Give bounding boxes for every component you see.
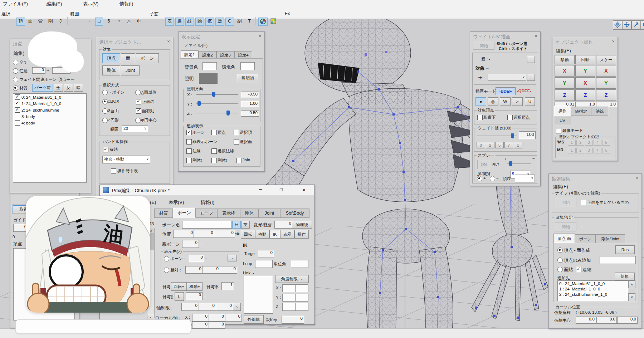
tab-settings4[interactable]: 設定4 <box>234 51 252 59</box>
pos-x-field[interactable]: 0 <box>173 230 194 238</box>
handle-enable-checkbox[interactable] <box>103 147 108 152</box>
light-init-button[interactable]: 照明初 <box>237 74 258 82</box>
close-icon[interactable]: × <box>533 33 539 39</box>
menu-info[interactable]: 情報(I) <box>119 0 133 8</box>
subwin-paint[interactable]: 塗 <box>215 18 224 26</box>
mr-slot-1[interactable]: 1 <box>568 148 576 153</box>
mr-slot-5[interactable]: 5 <box>602 148 610 153</box>
dest-item[interactable]: 2 : 24_skcthulhumine_1_0 <box>558 292 628 297</box>
show-bone-checkbox[interactable] <box>186 130 192 135</box>
light-y-value[interactable]: -1.00 <box>241 101 259 107</box>
vertex-menu-edit[interactable]: 編集( <box>14 50 24 57</box>
box-select-radio[interactable] <box>102 99 108 104</box>
prop-display-tab[interactable]: 表示 <box>280 230 294 239</box>
range-point[interactable]: ・ <box>86 18 93 25</box>
material-list[interactable]: 0: 24_Material61_1_0 1: 24_Material_1_0_… <box>13 93 87 183</box>
quick-2-button[interactable]: 2 <box>486 142 494 148</box>
tab-softbody[interactable]: SoftBody <box>280 209 309 218</box>
weight-value-field[interactable]: 100 <box>519 131 536 139</box>
pos-z-field[interactable]: 0 <box>214 230 235 238</box>
prop-ik-tab[interactable]: IK <box>269 230 280 239</box>
axis-cell[interactable]: Z <box>575 89 595 101</box>
quick-5-button[interactable]: 5 <box>495 142 504 148</box>
disp-rel-radio[interactable] <box>164 268 169 273</box>
grid-view-icon[interactable] <box>269 18 278 25</box>
menu-file[interactable]: ファイル(F) <box>3 0 28 8</box>
new-button[interactable]: 新規 <box>615 273 635 280</box>
subwin-sub[interactable]: 副 <box>235 18 243 25</box>
subwin-t[interactable]: T <box>245 18 253 25</box>
show-hidebone-checkbox[interactable] <box>186 139 192 144</box>
fx-label[interactable]: Fx <box>285 11 290 16</box>
target-vertex-button[interactable]: 頂点 <box>102 53 120 63</box>
ik-link-list[interactable] <box>244 276 273 314</box>
tab-operate[interactable]: 操作 <box>554 106 571 116</box>
light-z-slider[interactable] <box>196 111 238 116</box>
show-rigid2-checkbox[interactable] <box>211 158 217 163</box>
close-icon[interactable]: × <box>257 33 263 39</box>
tab-normal[interactable]: 法線 <box>591 107 608 116</box>
range-circle[interactable]: ○ <box>115 18 122 25</box>
toolbar-select-rigid[interactable]: 剛 <box>47 18 54 25</box>
tab-settings1[interactable]: 設定1 <box>181 50 199 59</box>
circle-center-radio[interactable] <box>135 118 141 123</box>
knife-start-button[interactable]: 開始 <box>555 198 576 207</box>
face-valid-checkbox[interactable] <box>136 108 141 114</box>
subwin-select[interactable]: 選 <box>175 18 184 26</box>
light-x-slider[interactable] <box>196 92 238 97</box>
tab-rigid[interactable]: 剛体 <box>240 209 259 218</box>
axis-cell[interactable]: X <box>575 77 595 89</box>
move-button[interactable]: 移動 <box>555 55 575 64</box>
light-x-value[interactable]: -0.50 <box>241 92 259 98</box>
pmx-titlebar[interactable]: Pmx編集 - Cthulhu IK.pmx * ─ □ × <box>100 185 314 195</box>
subwin-g[interactable]: G <box>225 18 234 26</box>
ik-loop-field[interactable] <box>255 260 273 268</box>
disp-bone-field[interactable]: 0 <box>189 255 204 262</box>
range-phi[interactable]: Φ <box>135 18 142 25</box>
prop-operate-tab[interactable]: 操作 <box>294 230 309 239</box>
angle-z1-field[interactable] <box>282 303 296 311</box>
grant-move-button[interactable]: 移動+ <box>187 282 203 291</box>
influence-checkbox[interactable] <box>477 115 483 120</box>
rotate-button[interactable]: 回転 <box>575 55 595 64</box>
spray-on-button[interactable]: ON <box>477 160 490 169</box>
mode-ring-button[interactable]: ◎ <box>488 97 498 106</box>
close-icon[interactable]: × <box>634 175 640 181</box>
range-free[interactable]: δ <box>105 18 112 25</box>
mode-w-button[interactable]: W <box>500 97 511 106</box>
disp-bone-radio[interactable] <box>164 256 169 261</box>
disp-rel-y[interactable]: 0 <box>203 266 220 274</box>
angle-limit-button[interactable]: 角度制限 → <box>275 275 309 283</box>
qdef-label[interactable]: -QDEF- <box>517 89 531 93</box>
face-paste-radio[interactable] <box>557 267 563 272</box>
rotate-view-icon[interactable] <box>641 20 644 30</box>
show-vertex-checkbox[interactable] <box>211 130 217 135</box>
bone-name-field[interactable] <box>182 221 232 229</box>
angle-y2-field[interactable] <box>295 294 308 302</box>
mask-any-from-field[interactable]: 0 <box>32 67 45 74</box>
external-parent-button[interactable]: 外部親 <box>244 315 264 324</box>
mode-dot-button[interactable]: ● <box>475 97 486 106</box>
ms-slot-5[interactable]: 5 <box>602 140 610 146</box>
axis-y-field[interactable]: 0 <box>199 303 216 311</box>
material-item[interactable]: 1: 24_Material_1_0_0 <box>13 100 86 107</box>
quick-1-button[interactable]: 1 <box>514 142 522 148</box>
add-radio[interactable] <box>477 176 482 181</box>
subwin-motion[interactable]: 動 <box>195 18 204 26</box>
mode-gt-button[interactable]: > <box>512 97 523 106</box>
front-only-checkbox[interactable] <box>136 99 141 104</box>
mask-all-radio[interactable] <box>13 60 18 65</box>
tab-bone[interactable]: ボーン <box>173 208 196 218</box>
physics-after-button[interactable]: 物理後 <box>292 221 312 229</box>
subwin-view[interactable]: 表 <box>165 18 174 26</box>
mask-material-radio[interactable] <box>13 85 18 91</box>
weight-start-button[interactable]: 開始 <box>473 42 494 50</box>
res-button[interactable]: Res <box>615 245 635 254</box>
angle-y1-field[interactable] <box>282 294 296 302</box>
link-checkbox[interactable] <box>576 267 581 272</box>
jp-button[interactable]: 日 <box>232 221 241 229</box>
mask-all-button[interactable]: 全 <box>54 84 63 92</box>
vcenter-z-field[interactable]: 0.0 <box>617 317 638 324</box>
mask-remove-button[interactable]: 除 <box>74 84 83 92</box>
objop-menu-edit[interactable]: 編集(E) <box>556 48 571 54</box>
